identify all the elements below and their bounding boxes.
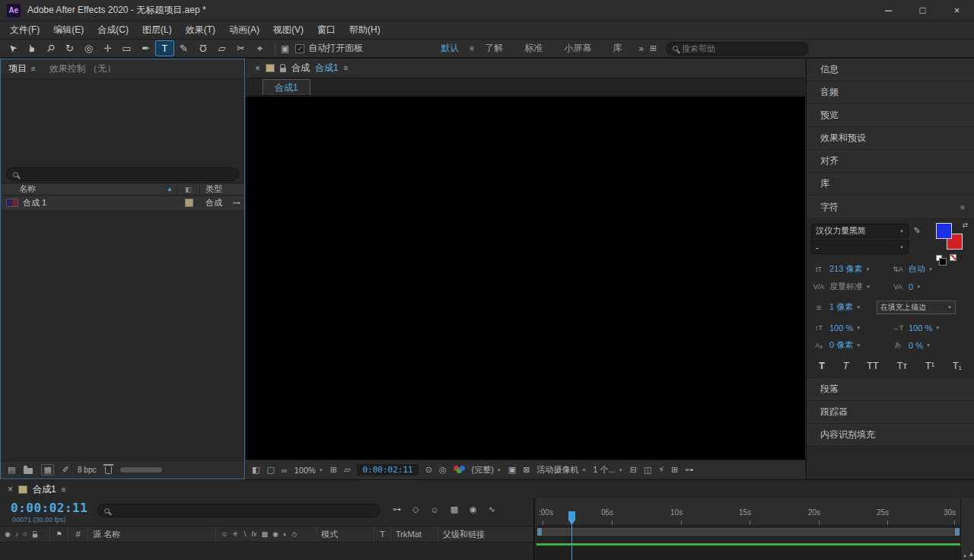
stereo-glasses-icon[interactable]: ∞ — [282, 466, 288, 475]
adjust-icon[interactable]: ✐ — [62, 465, 69, 475]
label-color-swatch[interactable] — [185, 199, 193, 207]
flowchart-button-icon[interactable]: ⊶ — [685, 465, 693, 475]
fill-color-swatch[interactable] — [936, 223, 952, 239]
workspace-default[interactable]: 默认 — [430, 42, 469, 55]
parent-link-column-header[interactable]: 父级和链接 — [438, 527, 522, 542]
panel-info[interactable]: 信息 — [807, 59, 974, 81]
trkmat-column-header[interactable]: TrkMat — [391, 527, 438, 542]
menu-file[interactable]: 文件(F) — [3, 24, 46, 37]
workspace-libraries[interactable]: 库 — [602, 42, 632, 55]
mode-column-header[interactable]: 模式 — [317, 527, 374, 542]
timeline-timecode[interactable]: 0:00:02:11 — [11, 501, 88, 515]
tsume-value[interactable]: 0 %▼ — [909, 341, 931, 350]
stroke-width-value[interactable]: 1 像素▼ — [829, 301, 861, 313]
column-type[interactable]: 类型 — [200, 183, 244, 195]
eyedropper-icon[interactable]: ✎ — [913, 224, 920, 234]
lock-icon[interactable] — [33, 534, 37, 538]
region-of-interest-icon[interactable]: ▣ — [508, 465, 516, 475]
vertical-scale-value[interactable]: 100 %▼ — [829, 323, 861, 332]
current-time-display[interactable]: 0:00:02:11 — [357, 464, 418, 476]
lock-icon[interactable] — [280, 68, 286, 72]
new-folder-icon[interactable] — [24, 468, 33, 474]
help-search-field[interactable] — [666, 42, 809, 56]
pen-tool[interactable]: ✒ — [136, 40, 155, 56]
minimize-button[interactable]: ─ — [871, 0, 906, 21]
brush-tool[interactable]: ✎ — [174, 40, 193, 56]
panel-paragraph[interactable]: 段落 — [807, 378, 974, 401]
mini-flowchart-icon[interactable]: ⊶ — [393, 504, 401, 514]
column-name[interactable]: 名称 ▲ — [1, 183, 177, 195]
faux-bold-button[interactable]: T — [819, 360, 825, 371]
small-caps-button[interactable]: Tᴛ — [896, 360, 907, 371]
zoom-tool[interactable]: ⚲ — [41, 40, 60, 56]
menu-layer[interactable]: 图层(L) — [135, 24, 179, 37]
kerning-value[interactable]: 度量标准▼ — [829, 281, 871, 292]
panel-character-header[interactable]: 字符 ≡ — [807, 196, 974, 218]
timeline-button-icon[interactable]: ⊞ — [671, 465, 678, 475]
horizontal-scrollbar-thumb[interactable] — [120, 467, 162, 473]
swap-fill-stroke-icon[interactable]: ⇄ — [962, 221, 968, 229]
close-tab-icon[interactable]: × — [8, 484, 13, 495]
shy-icon[interactable]: ☺ — [430, 504, 438, 514]
panel-preview[interactable]: 预览 — [807, 104, 974, 127]
menu-help[interactable]: 帮助(H) — [342, 24, 387, 37]
timeline-layer-list[interactable] — [0, 542, 533, 560]
horizontal-scale-value[interactable]: 100 %▼ — [909, 323, 940, 332]
graph-editor-icon[interactable]: ∿ — [489, 504, 495, 514]
help-search-input[interactable] — [682, 44, 802, 53]
work-area-bar[interactable] — [537, 528, 960, 536]
comp-tab-name[interactable]: 合成1 — [315, 62, 339, 75]
comp-minitab[interactable]: 合成1 — [263, 79, 310, 95]
clone-stamp-tool[interactable]: Ω — [193, 40, 212, 56]
panel-menu-icon[interactable]: ≡ — [344, 64, 349, 72]
panel-tracker[interactable]: 跟踪器 — [807, 401, 974, 424]
close-button[interactable]: × — [940, 0, 974, 21]
transparency-grid-icon[interactable]: ⊠ — [523, 465, 530, 475]
timeline-track-area[interactable] — [536, 546, 960, 560]
always-preview-icon[interactable]: ◧ — [252, 465, 259, 475]
rotation-tool[interactable]: ↻ — [60, 40, 79, 56]
eraser-tool[interactable]: ▱ — [212, 40, 231, 56]
camera-dropdown[interactable]: 活动摄像机▼ — [536, 464, 586, 476]
font-family-select[interactable]: 汉仪力量黑简▼ — [811, 224, 909, 238]
panel-effects-presets[interactable]: 效果和预设 — [807, 127, 974, 150]
workspace-overflow-icon[interactable]: » — [632, 43, 650, 54]
selection-tool[interactable]: ➤ — [3, 40, 22, 56]
leading-value[interactable]: 自动▼ — [909, 263, 933, 275]
solo-icon[interactable]: ○ — [23, 530, 27, 538]
timeline-ruler[interactable]: :00s 05s 10s 15s 20s 25s 30s — [536, 498, 960, 526]
menu-effect[interactable]: 效果(T) — [179, 24, 222, 37]
hand-tool[interactable]: ☛ — [22, 40, 41, 56]
magnification-dropdown[interactable]: 100%▼ — [294, 466, 323, 475]
default-colors-icon[interactable] — [936, 255, 942, 261]
source-name-column-header[interactable]: 源 名称 — [88, 527, 216, 542]
frame-blend-icon[interactable]: ▩ — [450, 504, 458, 514]
close-tab-icon[interactable]: × — [255, 63, 260, 74]
composition-viewport[interactable] — [246, 97, 805, 460]
color-depth-button[interactable]: 8 bpc — [78, 466, 96, 474]
menu-view[interactable]: 视图(V) — [266, 24, 310, 37]
no-color-icon[interactable] — [950, 254, 956, 261]
video-icon[interactable]: ◉ — [5, 530, 11, 538]
column-label-icon[interactable]: ◧ — [177, 183, 200, 195]
take-snapshot-icon[interactable]: ⊙ — [425, 465, 432, 475]
tracking-value[interactable]: 0▼ — [909, 282, 921, 291]
show-snapshot-icon[interactable]: ◎ — [439, 465, 447, 475]
share-view-icon[interactable]: ⊟ — [630, 465, 637, 475]
puppet-pin-tool[interactable]: ⌖ — [250, 40, 269, 56]
timeline-tab-name[interactable]: 合成1 — [33, 483, 56, 496]
delete-icon[interactable] — [105, 466, 112, 474]
panel-audio[interactable]: 音频 — [807, 81, 974, 104]
font-style-select[interactable]: -▼ — [811, 240, 909, 254]
workspace-learn[interactable]: 了解 — [474, 42, 514, 55]
grid-options-icon[interactable]: ⊞ — [330, 465, 337, 475]
menu-window[interactable]: 窗口 — [310, 24, 342, 37]
font-size-value[interactable]: 213 像素▼ — [829, 263, 870, 275]
tab-project[interactable]: 项目 ≡ — [1, 62, 42, 75]
workspace-standard[interactable]: 标准 — [514, 42, 553, 55]
menu-composition[interactable]: 合成(C) — [91, 24, 135, 37]
pixel-aspect-icon[interactable]: ◫ — [644, 465, 651, 475]
panel-menu-icon[interactable]: ≡ — [31, 65, 36, 73]
text-tool[interactable]: T — [155, 40, 174, 56]
interpret-footage-icon[interactable]: ▤ — [8, 465, 15, 475]
